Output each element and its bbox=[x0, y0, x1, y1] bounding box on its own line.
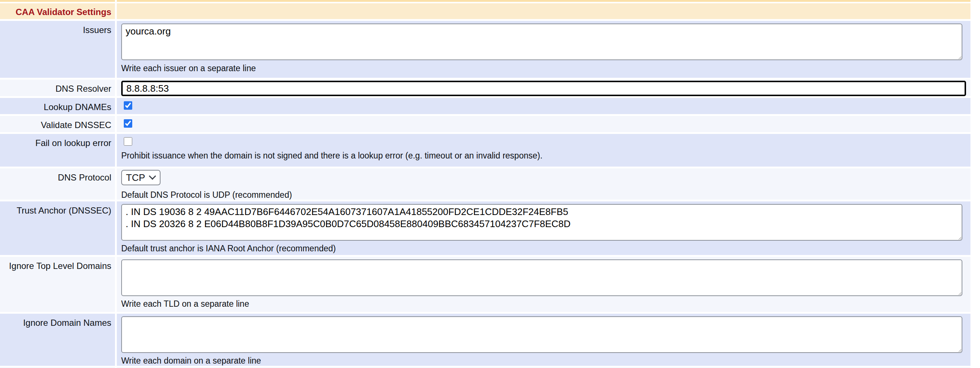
fail-on-lookup-error-checkbox[interactable] bbox=[124, 137, 132, 146]
section-title: CAA Validator Settings bbox=[0, 3, 115, 19]
row-ignore-tlds: Ignore Top Level Domains Write each TLD … bbox=[0, 257, 970, 312]
fail-on-lookup-error-label: Fail on lookup error bbox=[0, 134, 115, 167]
trust-anchor-label: Trust Anchor (DNSSEC) bbox=[0, 201, 115, 255]
trust-anchor-help-text: Default trust anchor is IANA Root Anchor… bbox=[121, 244, 970, 254]
section-header-row: CAA Validator Settings bbox=[0, 3, 970, 19]
row-ignore-domain-names: Ignore Domain Names Write each domain on… bbox=[0, 314, 970, 366]
dns-resolver-label: DNS Resolver bbox=[0, 79, 115, 96]
ignore-tlds-label: Ignore Top Level Domains bbox=[0, 257, 115, 312]
row-issuers: Issuers yourca.org Write each issuer on … bbox=[0, 21, 970, 78]
row-dns-protocol: DNS Protocol TCP Default DNS Protocol is… bbox=[0, 168, 970, 200]
previous-row-sliver bbox=[0, 0, 970, 2]
dns-protocol-help-text: Default DNS Protocol is UDP (recommended… bbox=[121, 190, 970, 200]
ignore-domain-names-textarea[interactable] bbox=[121, 316, 963, 353]
sliver-label-cell bbox=[0, 0, 115, 2]
section-header-spacer bbox=[117, 3, 970, 19]
ignore-tlds-help-text: Write each TLD on a separate line bbox=[121, 299, 970, 309]
dns-protocol-selected-value: TCP bbox=[126, 172, 145, 184]
dns-protocol-select[interactable]: TCP bbox=[121, 170, 161, 185]
fail-on-lookup-error-help-text: Prohibit issuance when the domain is not… bbox=[121, 151, 970, 161]
issuers-textarea[interactable]: yourca.org bbox=[121, 24, 963, 60]
chevron-down-icon bbox=[149, 173, 156, 180]
sliver-content-cell bbox=[117, 0, 970, 2]
row-fail-on-lookup-error: Fail on lookup error Prohibit issuance w… bbox=[0, 134, 970, 167]
ignore-domain-names-help-text: Write each domain on a separate line bbox=[121, 356, 970, 366]
caa-validator-settings-form: CAA Validator Settings Issuers yourca.or… bbox=[0, 0, 970, 368]
validate-dnssec-label: Validate DNSSEC bbox=[0, 116, 115, 132]
issuers-help-text: Write each issuer on a separate line bbox=[121, 63, 970, 73]
ignore-tlds-textarea[interactable] bbox=[121, 259, 963, 296]
row-dns-resolver: DNS Resolver bbox=[0, 79, 970, 96]
issuers-label: Issuers bbox=[0, 21, 115, 78]
row-trust-anchor: Trust Anchor (DNSSEC) . IN DS 19036 8 2 … bbox=[0, 201, 970, 255]
lookup-dnames-checkbox[interactable] bbox=[124, 101, 132, 110]
ignore-domain-names-label: Ignore Domain Names bbox=[0, 314, 115, 366]
validate-dnssec-checkbox[interactable] bbox=[124, 119, 132, 128]
trust-anchor-textarea[interactable]: . IN DS 19036 8 2 49AAC11D7B6F6446702E54… bbox=[121, 204, 963, 241]
row-lookup-dnames: Lookup DNAMEs bbox=[0, 98, 970, 114]
row-validate-dnssec: Validate DNSSEC bbox=[0, 116, 970, 132]
lookup-dnames-label: Lookup DNAMEs bbox=[0, 98, 115, 114]
dns-protocol-label: DNS Protocol bbox=[0, 168, 115, 200]
dns-resolver-input[interactable] bbox=[121, 81, 966, 96]
